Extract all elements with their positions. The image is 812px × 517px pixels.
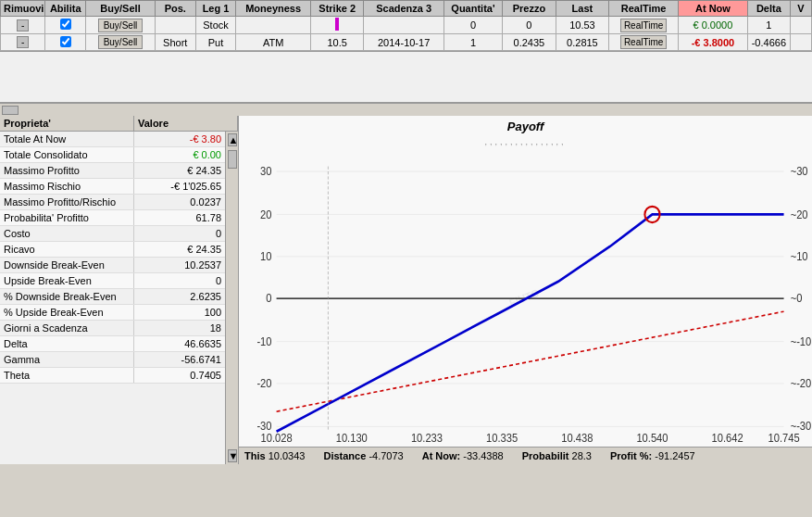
svg-text:20: 20: [260, 208, 271, 220]
buysell-button-1[interactable]: Buy/Sell: [98, 19, 144, 32]
col-header-v: V: [790, 1, 811, 17]
empty-rows-area: [0, 52, 812, 103]
delta-cell-1: 1: [747, 17, 790, 34]
props-row-value: 0: [134, 226, 225, 241]
moneyness-cell-1: [236, 17, 311, 34]
props-row: Upside Break-Even0: [0, 273, 225, 289]
col-header-pos: Pos.: [155, 1, 195, 17]
prezzo-cell-2: 0.2435: [503, 34, 556, 51]
svg-text:-20: -20: [256, 378, 271, 389]
scrollbar-down-arrow[interactable]: ▼: [228, 449, 237, 462]
svg-text:10.438: 10.438: [561, 432, 593, 443]
props-row: Gamma-56.6741: [0, 352, 225, 368]
horizontal-scrollbar[interactable]: [0, 103, 812, 116]
realtime-button-1[interactable]: RealTime: [620, 19, 667, 32]
svg-text:0: 0: [266, 293, 271, 304]
chart-area: FIUTO 30 20 10 0 -10 -20 -30 ~30 ~: [239, 146, 812, 447]
props-row-value: 46.6635: [134, 336, 225, 351]
props-row-name: Theta: [0, 368, 134, 383]
chart-panel: Payoff ,,,,,,,,,,,,,,,, FIUTO 30 20 10: [239, 116, 812, 464]
props-row: Theta0.7405: [0, 368, 225, 384]
strike-cell-2: 10.5: [310, 34, 364, 51]
enable-checkbox-2[interactable]: [60, 36, 71, 47]
table-row: - Buy/Sell Stock 0 0 10.53: [1, 17, 812, 34]
svg-text:10.745: 10.745: [768, 432, 799, 443]
props-row-value: 100: [134, 305, 225, 320]
svg-text:10.335: 10.335: [486, 432, 518, 443]
props-row: Massimo Profitto€ 24.35: [0, 163, 225, 179]
col-header-moneyness: Moneyness: [236, 1, 311, 17]
properties-scroll[interactable]: Totale At Now-€ 3.80Totale Consolidato€ …: [0, 132, 225, 464]
col-header-realtime: RealTime: [609, 1, 679, 17]
svg-text:-10: -10: [256, 336, 271, 347]
scrollbar-thumb-v[interactable]: [228, 150, 237, 169]
scadenza-cell-1: [364, 17, 443, 34]
props-row: Totale At Now-€ 3.80: [0, 132, 225, 147]
v-cell-2: [790, 34, 811, 51]
props-row-value: 2.6235: [134, 289, 225, 304]
props-row-value: -€ 1'025.65: [134, 179, 225, 194]
remove-button-2[interactable]: -: [17, 36, 29, 48]
props-row-name: Totale Consolidato: [0, 147, 134, 162]
svg-text:~-30: ~-30: [791, 420, 812, 431]
props-row-value: 61.78: [134, 210, 225, 225]
last-cell-1: 10.53: [556, 17, 609, 34]
props-scrollbar[interactable]: ▲ ▼: [225, 132, 238, 464]
props-row-name: Massimo Profitto: [0, 163, 134, 178]
strike-cell-1: [310, 17, 364, 34]
props-row-name: Massimo Rischio: [0, 179, 134, 194]
props-row: Massimo Rischio-€ 1'025.65: [0, 179, 225, 195]
props-row-value: 0: [134, 273, 225, 288]
pos-cell-1: [155, 17, 195, 34]
props-row: Ricavo€ 24.35: [0, 242, 225, 258]
enable-cell-1: [45, 17, 86, 34]
props-row-value: 0.0237: [134, 195, 225, 209]
payoff-svg: FIUTO 30 20 10 0 -10 -20 -30 ~30 ~: [239, 146, 812, 447]
svg-text:10.028: 10.028: [261, 432, 293, 443]
col-header-prezzo: Prezzo: [503, 1, 556, 17]
enable-checkbox-1[interactable]: [60, 19, 71, 30]
props-row-value: 10.2537: [134, 258, 225, 272]
props-row-value: € 24.35: [134, 163, 225, 178]
props-row: Totale Consolidato€ 0.00: [0, 147, 225, 163]
buysell-button-2[interactable]: Buy/Sell: [98, 35, 144, 49]
svg-text:10.642: 10.642: [712, 432, 743, 443]
props-row: % Downside Break-Even2.6235: [0, 289, 225, 305]
realtime-button-2[interactable]: RealTime: [620, 35, 667, 49]
footer-this: This 10.0343: [244, 450, 305, 461]
props-row-value: -€ 3.80: [134, 132, 225, 146]
prop-header-name: Proprieta': [0, 116, 134, 131]
props-row-value: 0.7405: [134, 368, 225, 383]
svg-text:10: 10: [260, 251, 271, 262]
quantita-cell-2: 1: [443, 34, 502, 51]
remove-button-1[interactable]: -: [17, 19, 29, 32]
col-header-delta: Delta: [747, 1, 790, 17]
props-row-value: 18: [134, 321, 225, 335]
props-row-name: % Downside Break-Even: [0, 289, 134, 304]
props-row-name: Massimo Profitto/Rischio: [0, 195, 134, 209]
col-header-strike: Strike 2: [310, 1, 364, 17]
props-row: Downside Break-Even10.2537: [0, 258, 225, 273]
props-row-name: Delta: [0, 336, 134, 351]
scrollbar-up-arrow[interactable]: ▲: [228, 133, 237, 146]
prop-header-value: Valore: [134, 116, 238, 131]
leg-cell-1: Stock: [195, 17, 236, 34]
props-row-name: Probabilita' Profitto: [0, 210, 134, 225]
props-row: Delta46.6635: [0, 336, 225, 352]
props-row-name: Giorni a Scadenza: [0, 321, 134, 335]
footer-prob: Probabilit 28.3: [522, 450, 592, 461]
props-row: Probabilita' Profitto61.78: [0, 210, 225, 226]
delta-cell-2: -0.4666: [747, 34, 790, 51]
col-header-last: Last: [556, 1, 609, 17]
atnow-cell-1: € 0.0000: [679, 17, 748, 34]
footer-distance: Distance -4.7073: [323, 450, 403, 461]
prezzo-cell-1: 0: [503, 17, 556, 34]
scrollbar-thumb[interactable]: [2, 106, 19, 115]
bottom-section: Proprieta' Valore Totale At Now-€ 3.80To…: [0, 116, 812, 464]
dotted-separator: ,,,,,,,,,,,,,,,,: [239, 137, 812, 146]
footer-profit: Profit %: -91.2457: [610, 450, 695, 461]
remove-btn-cell-2: -: [1, 34, 45, 51]
footer-atnow: At Now: -33.4388: [422, 450, 504, 461]
svg-text:10.130: 10.130: [336, 432, 368, 443]
props-row: % Upside Break-Even100: [0, 305, 225, 321]
